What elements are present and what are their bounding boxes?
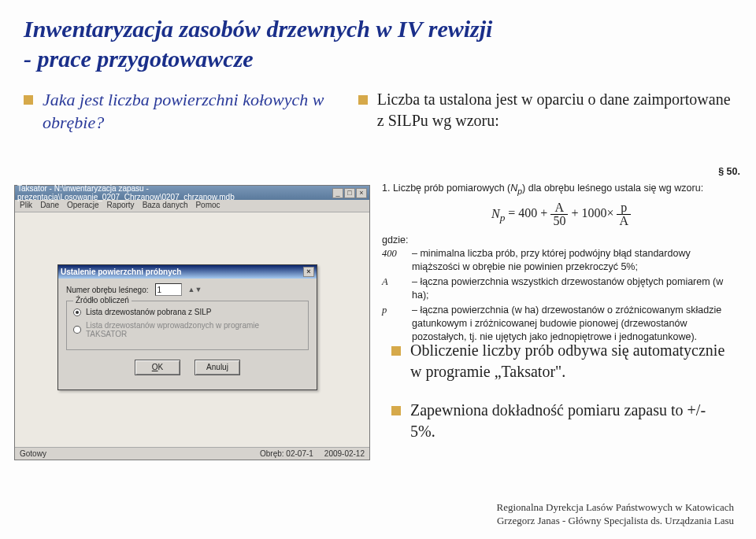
question-text: Jaka jest liczba powierzchni kołowych w … bbox=[43, 89, 343, 134]
menu-item[interactable]: Raporty bbox=[107, 201, 135, 211]
radio-label: Lista drzewostanów pobrana z SILP bbox=[86, 308, 212, 316]
dialog-titlebar: Ustalenie powierzchni próbnych × bbox=[58, 265, 317, 279]
group-legend: Źródło obliczeń bbox=[73, 296, 132, 305]
dialog-buttons: OK Anuluj bbox=[66, 360, 309, 375]
app-menubar: Plik Dane Operacje Raporty Baza danych P… bbox=[15, 200, 369, 212]
radio-icon bbox=[73, 308, 81, 316]
menu-item[interactable]: Dane bbox=[40, 201, 59, 211]
def-row: A – łączna powierzchnia wszystkich drzew… bbox=[382, 275, 740, 302]
spinner-icon[interactable]: ▲▼ bbox=[188, 286, 202, 293]
ok-button[interactable]: OK bbox=[135, 360, 180, 375]
minimize-button[interactable]: _ bbox=[332, 188, 343, 198]
cancel-button[interactable]: Anuluj bbox=[195, 360, 240, 375]
dialog: Ustalenie powierzchni próbnych × Numer o… bbox=[57, 264, 317, 390]
slide-title: Inwentaryzacja zasobów drzewnych w IV re… bbox=[0, 0, 756, 73]
field-row: Numer obrębu leśnego: 1 ▲▼ bbox=[66, 283, 309, 296]
def-row: p – łączna powierzchnia (w ha) drzewosta… bbox=[382, 304, 740, 344]
intro-text: Liczba ta ustalona jest w oparciu o dane… bbox=[377, 89, 732, 131]
statusbar: Gotowy Obręb: 02-07-1 2009-02-12 bbox=[15, 447, 369, 460]
radio-icon bbox=[73, 326, 81, 334]
maximize-button[interactable]: □ bbox=[344, 188, 355, 198]
right-column: Liczba ta ustalona jest w oparciu o dane… bbox=[358, 89, 732, 145]
footer-line1: Regionalna Dyrekcja Lasów Państwowych w … bbox=[497, 501, 734, 515]
menu-item[interactable]: Operacje bbox=[67, 201, 99, 211]
footer-line2: Grzegorz Janas - Główny Specjalista ds. … bbox=[497, 515, 734, 528]
right-bullets: Obliczenie liczby prób odbywa się automa… bbox=[391, 340, 730, 460]
intro-row: Liczba ta ustalona jest w oparciu o dane… bbox=[358, 89, 732, 131]
status-date: 2009-02-12 bbox=[324, 449, 365, 458]
bullet-text: Zapewniona dokładność pomiaru zapasu to … bbox=[410, 400, 730, 442]
menu-item[interactable]: Pomoc bbox=[195, 201, 220, 211]
status-left: Gotowy bbox=[20, 449, 46, 458]
paragraph-50: § 50. 1. Liczbę prób pomiarowych (Np) dl… bbox=[382, 165, 740, 345]
app-title: Taksator - N:\inwentaryzacja zapasu - pr… bbox=[17, 184, 332, 201]
menu-item[interactable]: Plik bbox=[20, 201, 32, 211]
bullet-text: Obliczenie liczby prób odbywa się automa… bbox=[410, 340, 730, 382]
source-groupbox: Źródło obliczeń Lista drzewostanów pobra… bbox=[66, 301, 309, 350]
bullet-icon bbox=[391, 346, 401, 356]
dialog-close-button[interactable]: × bbox=[303, 267, 314, 277]
field-label: Numer obrębu leśnego: bbox=[66, 286, 149, 294]
formula: Np = 400 + A50 + 1000× pA bbox=[382, 201, 740, 227]
dialog-body: Numer obrębu leśnego: 1 ▲▼ Źródło oblicz… bbox=[58, 279, 317, 380]
app-titlebar: Taksator - N:\inwentaryzacja zapasu - pr… bbox=[15, 186, 369, 200]
bullet-icon bbox=[24, 95, 33, 105]
question-row: Jaka jest liczba powierzchni kołowych w … bbox=[24, 89, 343, 134]
def-row: 400 – minimalna liczba prób, przy której… bbox=[382, 247, 740, 274]
bullet-icon bbox=[358, 95, 368, 105]
bullet-icon bbox=[391, 406, 401, 415]
radio-label: Lista drzewostanów wprowadzonych w progr… bbox=[86, 321, 302, 338]
close-button[interactable]: × bbox=[356, 188, 367, 198]
bullet-row: Obliczenie liczby prób odbywa się automa… bbox=[391, 340, 730, 382]
radio-taksator[interactable]: Lista drzewostanów wprowadzonych w progr… bbox=[73, 321, 302, 338]
obreb-number-input[interactable]: 1 bbox=[155, 283, 182, 296]
lead-text: 1. Liczbę prób pomiarowych (Np) dla obrę… bbox=[382, 182, 740, 198]
window-buttons: _ □ × bbox=[332, 188, 367, 198]
left-column: Jaka jest liczba powierzchni kołowych w … bbox=[24, 89, 343, 145]
dialog-title-text: Ustalenie powierzchni próbnych bbox=[61, 268, 181, 276]
section-number: § 50. bbox=[382, 165, 740, 179]
top-columns: Jaka jest liczba powierzchni kołowych w … bbox=[0, 73, 756, 145]
title-line2: - prace przygotowawcze bbox=[24, 46, 254, 72]
menu-item[interactable]: Baza danych bbox=[143, 201, 188, 211]
gdzie-label: gdzie: bbox=[382, 234, 740, 247]
footer: Regionalna Dyrekcja Lasów Państwowych w … bbox=[497, 501, 734, 528]
bullet-row: Zapewniona dokładność pomiaru zapasu to … bbox=[391, 400, 730, 442]
radio-silp[interactable]: Lista drzewostanów pobrana z SILP bbox=[73, 308, 302, 316]
title-line1: Inwentaryzacja zasobów drzewnych w IV re… bbox=[24, 16, 492, 42]
app-body: Ustalenie powierzchni próbnych × Numer o… bbox=[15, 212, 369, 447]
app-window: Taksator - N:\inwentaryzacja zapasu - pr… bbox=[14, 185, 370, 460]
status-obreb: Obręb: 02-07-1 bbox=[260, 449, 313, 458]
